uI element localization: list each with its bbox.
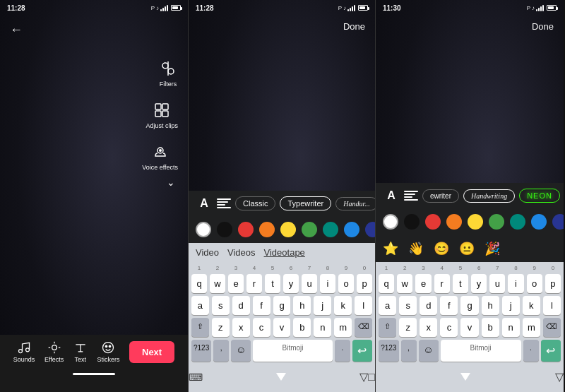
shift-key-3[interactable]: ⇧ — [379, 318, 396, 337]
key-l-3[interactable]: l — [543, 296, 561, 315]
key-z-3[interactable]: z — [399, 318, 417, 337]
color-green-2[interactable] — [302, 222, 317, 237]
ewriter-style-chip[interactable]: ewriter — [422, 189, 459, 203]
color-yellow-2[interactable] — [280, 222, 296, 237]
color-green-3[interactable] — [489, 214, 504, 230]
key-c-2[interactable]: c — [253, 318, 270, 337]
key-u-3[interactable]: u — [489, 274, 505, 293]
key-r-2[interactable]: r — [246, 274, 262, 293]
key-k-3[interactable]: k — [523, 296, 540, 315]
key-w-3[interactable]: w — [397, 274, 412, 293]
key-p-3[interactable]: p — [545, 274, 561, 293]
key-h-3[interactable]: h — [482, 296, 499, 315]
comma-key-3[interactable]: , — [401, 340, 417, 362]
done-button-3[interactable]: Done — [532, 21, 554, 32]
stickers-tab[interactable]: Stickers — [97, 340, 119, 363]
color-darkblue-2[interactable] — [365, 222, 376, 237]
num-toggle-key-2[interactable]: ?123 — [191, 340, 211, 362]
comma-key-2[interactable]: , — [213, 340, 229, 362]
effects-tab[interactable]: Effects — [44, 340, 64, 363]
key-f-3[interactable]: f — [440, 296, 458, 315]
keyboard-switch-icon-2[interactable]: ⌨ — [189, 372, 203, 383]
key-y-3[interactable]: y — [471, 274, 487, 293]
suggestion-videotape[interactable]: Videotape — [264, 247, 305, 258]
key-t-2[interactable]: t — [265, 274, 280, 293]
color-blue-3[interactable] — [531, 214, 547, 230]
neutral-emoji[interactable]: 😐 — [459, 241, 475, 256]
key-v-3[interactable]: v — [460, 318, 478, 337]
key-s-2[interactable]: s — [212, 296, 230, 315]
home-nav-icon-3[interactable]: ▽ — [555, 370, 564, 384]
voice-effects-tool[interactable]: Voice effects — [142, 142, 178, 171]
color-orange-3[interactable] — [446, 214, 462, 230]
handwriting-style-chip-3[interactable]: Handwriting — [463, 189, 515, 203]
chevron-down-icon[interactable]: ⌄ — [0, 177, 188, 188]
color-red-3[interactable] — [425, 214, 441, 230]
typewriter-style-chip[interactable]: Typewriter — [280, 196, 331, 210]
key-b-3[interactable]: b — [482, 318, 499, 337]
key-m-2[interactable]: m — [334, 318, 352, 337]
key-g-2[interactable]: g — [273, 296, 291, 315]
next-button[interactable]: Next — [129, 341, 174, 363]
party-emoji[interactable]: 🎉 — [484, 241, 500, 256]
emoji-key-2[interactable]: ☺ — [231, 340, 251, 362]
text-style-a-icon[interactable]: A — [196, 197, 213, 210]
key-e-3[interactable]: e — [415, 274, 431, 293]
back-nav-icon-2[interactable] — [276, 373, 286, 381]
return-key-2[interactable]: ↩ — [352, 340, 372, 362]
key-p-2[interactable]: p — [357, 274, 372, 293]
key-t-3[interactable]: t — [453, 274, 468, 293]
key-i-3[interactable]: i — [508, 274, 523, 293]
back-nav-icon-3[interactable] — [460, 373, 470, 381]
key-j-2[interactable]: j — [314, 296, 331, 315]
color-teal-3[interactable] — [510, 214, 525, 230]
key-e-2[interactable]: e — [228, 274, 244, 293]
num-toggle-key-3[interactable]: ?123 — [379, 340, 399, 362]
classic-style-chip[interactable]: Classic — [235, 196, 275, 210]
key-d-2[interactable]: d — [232, 296, 250, 315]
align-icon-3[interactable] — [404, 191, 418, 201]
color-darkblue-3[interactable] — [552, 214, 564, 230]
shift-key-2[interactable]: ⇧ — [191, 318, 209, 337]
key-x-2[interactable]: x — [232, 318, 250, 337]
key-w-2[interactable]: w — [210, 274, 225, 293]
key-s-3[interactable]: s — [399, 296, 417, 315]
color-orange-2[interactable] — [259, 222, 275, 237]
suggestion-video[interactable]: Video — [196, 247, 219, 258]
back-button[interactable]: ← — [0, 16, 188, 44]
key-o-3[interactable]: o — [527, 274, 542, 293]
key-n-3[interactable]: n — [502, 318, 520, 337]
key-m-3[interactable]: m — [523, 318, 540, 337]
key-i-2[interactable]: i — [320, 274, 335, 293]
key-u-2[interactable]: u — [302, 274, 317, 293]
key-o-2[interactable]: o — [338, 274, 354, 293]
key-q-3[interactable]: q — [379, 274, 394, 293]
period-key-3[interactable]: . — [523, 340, 539, 362]
star-emoji[interactable]: ⭐ — [383, 241, 398, 256]
key-q-2[interactable]: q — [191, 274, 207, 293]
bitmoji-key-3[interactable]: Bitmoji — [441, 340, 521, 362]
color-red-2[interactable] — [238, 222, 254, 237]
key-k-2[interactable]: k — [334, 296, 352, 315]
filters-tool[interactable]: Filters — [158, 59, 178, 88]
key-v-2[interactable]: v — [273, 318, 291, 337]
color-blue-2[interactable] — [344, 222, 359, 237]
recent-nav-icon-2[interactable]: □ — [368, 371, 375, 384]
delete-key-2[interactable]: ⌫ — [355, 318, 372, 337]
bitmoji-key-2[interactable]: Bitmoji — [253, 340, 333, 362]
align-icon[interactable] — [217, 198, 231, 208]
adjust-clips-tool[interactable]: Adjust clips — [145, 100, 178, 129]
delete-key-3[interactable]: ⌫ — [543, 318, 561, 337]
key-x-3[interactable]: x — [420, 318, 437, 337]
key-f-2[interactable]: f — [253, 296, 270, 315]
key-l-2[interactable]: l — [355, 296, 372, 315]
key-z-2[interactable]: z — [212, 318, 230, 337]
color-black-2[interactable] — [217, 222, 232, 237]
return-key-3[interactable]: ↩ — [541, 340, 561, 362]
neon-style-chip[interactable]: NEON — [519, 189, 560, 203]
done-button-2[interactable]: Done — [343, 21, 365, 32]
key-d-3[interactable]: d — [420, 296, 437, 315]
key-g-3[interactable]: g — [460, 296, 478, 315]
key-y-2[interactable]: y — [283, 274, 299, 293]
sounds-tab[interactable]: Sounds — [13, 340, 35, 363]
